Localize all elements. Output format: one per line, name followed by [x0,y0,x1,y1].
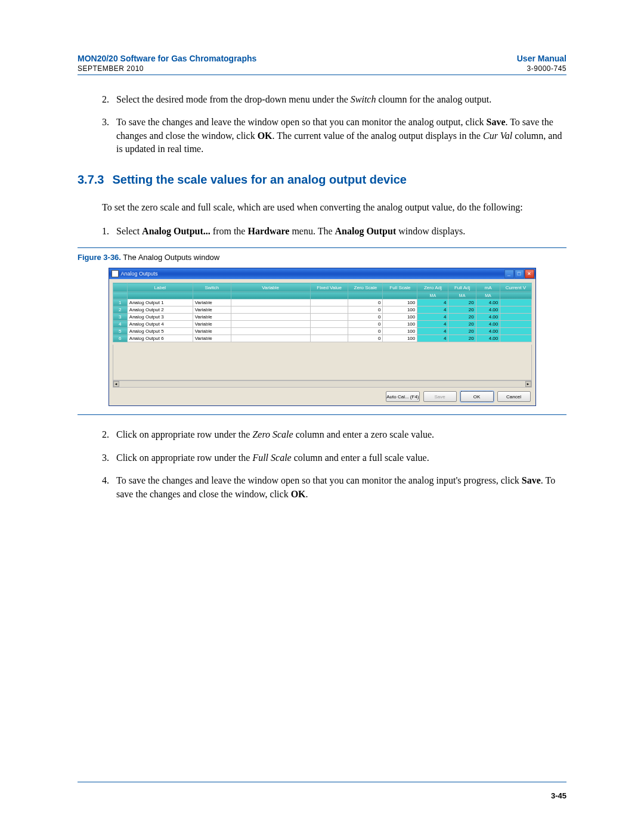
cell-full-adj[interactable]: 20 [448,321,476,328]
cell-label[interactable]: Analog Output 3 [127,314,193,321]
cell-zero-scale[interactable]: 0 [348,335,383,342]
cell-fixed[interactable] [310,306,348,314]
cell-current[interactable] [500,299,531,306]
save-button[interactable]: Save [423,391,457,402]
cell-zero-adj[interactable]: 4 [417,299,448,306]
cell-variable[interactable] [231,306,310,314]
cell-switch[interactable]: Variable [193,299,231,306]
cell-current[interactable] [500,321,531,328]
cell-zero-scale[interactable]: 0 [348,328,383,335]
row-number[interactable]: 2 [113,306,127,314]
horizontal-scrollbar[interactable]: ◄ ► [113,380,532,388]
scroll-right-icon[interactable]: ► [525,381,531,387]
cell-zero-scale[interactable]: 0 [348,314,383,321]
cell-variable[interactable] [231,299,310,306]
cell-zero-scale[interactable]: 0 [348,321,383,328]
cell-fixed[interactable] [310,328,348,335]
cell-switch[interactable]: Variable [193,335,231,342]
cell-ma[interactable]: 4.00 [476,314,500,321]
cell-full-scale[interactable]: 100 [383,314,417,321]
table-row[interactable]: 5Analog Output 5Variable01004204.00 [113,328,531,335]
list-number: 3. [102,451,116,465]
cell-ma[interactable]: 4.00 [476,321,500,328]
window-titlebar[interactable]: Analog Outputs _ □ × [109,268,535,279]
maximize-icon[interactable]: □ [515,270,524,278]
cell-zero-adj[interactable]: 4 [417,321,448,328]
table-row[interactable]: 6Analog Output 6Variable01004204.00 [113,335,531,342]
row-number[interactable]: 4 [113,321,127,328]
cell-full-scale[interactable]: 100 [383,306,417,314]
row-number[interactable]: 6 [113,335,127,342]
cell-label[interactable]: Analog Output 2 [127,306,193,314]
cell-fixed[interactable] [310,335,348,342]
col-fixed-value[interactable]: Fixed Value [310,283,348,292]
row-number[interactable]: 3 [113,314,127,321]
col-zero-scale[interactable]: Zero Scale [348,283,383,292]
col-current-val[interactable]: Current V [500,283,531,292]
cell-zero-scale[interactable]: 0 [348,299,383,306]
cell-fixed[interactable] [310,321,348,328]
cell-full-adj[interactable]: 20 [448,328,476,335]
cell-switch[interactable]: Variable [193,321,231,328]
cell-label[interactable]: Analog Output 4 [127,321,193,328]
header-title-right: User Manual [517,54,566,63]
cell-switch[interactable]: Variable [193,306,231,314]
cell-zero-adj[interactable]: 4 [417,335,448,342]
ok-button[interactable]: OK [460,391,494,402]
row-number[interactable]: 5 [113,328,127,335]
cell-current[interactable] [500,335,531,342]
cell-ma[interactable]: 4.00 [476,306,500,314]
cell-switch[interactable]: Variable [193,314,231,321]
col-rownum[interactable] [113,283,127,292]
cell-full-adj[interactable]: 20 [448,306,476,314]
cell-full-adj[interactable]: 20 [448,335,476,342]
window-sys-icon[interactable] [112,270,119,277]
cell-zero-scale[interactable]: 0 [348,306,383,314]
cell-full-scale[interactable]: 100 [383,328,417,335]
window-title: Analog Outputs [121,271,158,277]
cell-full-scale[interactable]: 100 [383,335,417,342]
cell-full-scale[interactable]: 100 [383,299,417,306]
col-full-adj[interactable]: Full Adj [448,283,476,292]
cell-fixed[interactable] [310,314,348,321]
cell-full-adj[interactable]: 20 [448,299,476,306]
col-switch[interactable]: Switch [193,283,231,292]
cell-variable[interactable] [231,335,310,342]
cell-switch[interactable]: Variable [193,328,231,335]
analog-output-table[interactable]: Label Switch Variable Fixed Value Zero S… [113,283,532,342]
cell-current[interactable] [500,314,531,321]
cell-fixed[interactable] [310,299,348,306]
scroll-left-icon[interactable]: ◄ [113,381,119,387]
table-row[interactable]: 4Analog Output 4Variable01004204.00 [113,321,531,328]
cell-variable[interactable] [231,314,310,321]
cell-variable[interactable] [231,328,310,335]
cell-variable[interactable] [231,321,310,328]
cell-label[interactable]: Analog Output 1 [127,299,193,306]
table-row[interactable]: 3Analog Output 3Variable01004204.00 [113,314,531,321]
cell-label[interactable]: Analog Output 5 [127,328,193,335]
col-ma[interactable]: mA [476,283,500,292]
cell-ma[interactable]: 4.00 [476,328,500,335]
table-row[interactable]: 1Analog Output 1Variable01004204.00 [113,299,531,306]
cell-current[interactable] [500,306,531,314]
cell-ma[interactable]: 4.00 [476,299,500,306]
col-label[interactable]: Label [127,283,193,292]
cell-ma[interactable]: 4.00 [476,335,500,342]
close-icon[interactable]: × [525,270,534,278]
table-row[interactable]: 2Analog Output 2Variable01004204.00 [113,306,531,314]
minimize-icon[interactable]: _ [504,270,514,278]
col-variable[interactable]: Variable [231,283,310,292]
cell-label[interactable]: Analog Output 6 [127,335,193,342]
auto-cal-button[interactable]: Auto Cal... (F4) [386,391,419,402]
col-full-scale[interactable]: Full Scale [383,283,417,292]
cell-full-scale[interactable]: 100 [383,321,417,328]
col-zero-adj[interactable]: Zero Adj [417,283,448,292]
cell-zero-adj[interactable]: 4 [417,306,448,314]
cell-current[interactable] [500,328,531,335]
cell-zero-adj[interactable]: 4 [417,314,448,321]
cancel-button[interactable]: Cancel [497,391,531,402]
cell-zero-adj[interactable]: 4 [417,328,448,335]
section-intro: To set the zero scale and full scale, wh… [102,201,566,214]
cell-full-adj[interactable]: 20 [448,314,476,321]
row-number[interactable]: 1 [113,299,127,306]
